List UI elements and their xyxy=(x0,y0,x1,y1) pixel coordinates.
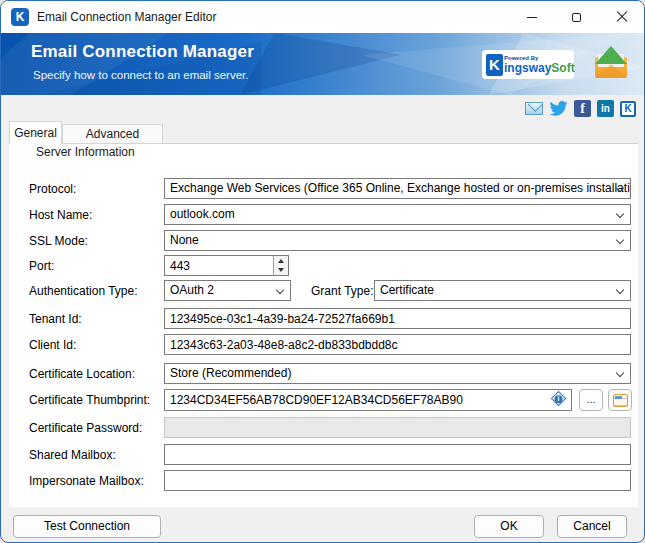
kingswaysoft-site-icon[interactable]: K xyxy=(620,101,636,117)
header-banner: Email Connection Manager Specify how to … xyxy=(1,33,644,95)
chevron-down-icon xyxy=(616,210,624,218)
authentication-type-value: OAuth 2 xyxy=(170,283,214,297)
close-button[interactable] xyxy=(599,1,644,33)
brand-ingsway: ingsway xyxy=(504,61,551,75)
maximize-icon xyxy=(572,13,581,22)
port-label: Port: xyxy=(29,259,54,273)
social-links: f in K xyxy=(525,95,636,122)
certificate-location-label: Certificate Location: xyxy=(29,367,135,381)
port-spinner[interactable] xyxy=(273,255,289,276)
arrow-down-icon xyxy=(278,268,284,272)
grant-type-label: Grant Type: xyxy=(311,284,373,298)
ssl-mode-dropdown[interactable]: None xyxy=(164,230,631,251)
banner-title: Email Connection Manager xyxy=(31,42,254,62)
minimize-icon xyxy=(527,17,537,18)
port-input[interactable] xyxy=(164,255,274,276)
minimize-button[interactable] xyxy=(509,1,554,33)
kingswaysoft-logo: K Powered By ingswaySoft xyxy=(482,50,574,79)
app-icon: K xyxy=(11,8,29,26)
maximize-button[interactable] xyxy=(554,1,599,33)
chevron-down-icon xyxy=(616,286,624,294)
banner-subtitle: Specify how to connect to an email serve… xyxy=(33,69,248,81)
ssl-mode-value: None xyxy=(170,233,199,247)
authentication-type-dropdown[interactable]: OAuth 2 xyxy=(164,280,291,301)
impersonate-mailbox-input[interactable] xyxy=(164,470,631,491)
thumbprint-browse-button[interactable]: ... xyxy=(579,389,603,411)
email-contact-icon[interactable] xyxy=(525,102,543,115)
window-title: Email Connection Manager Editor xyxy=(37,1,216,33)
kingswaysoft-k-icon: K xyxy=(486,54,503,76)
protocol-value: Exchange Web Services (Office 365 Online… xyxy=(170,181,631,195)
certificate-thumbprint-input[interactable] xyxy=(164,389,572,411)
host-name-value: outlook.com xyxy=(170,207,235,221)
impersonate-mailbox-label: Impersonate Mailbox: xyxy=(29,474,144,488)
title-bar: K Email Connection Manager Editor xyxy=(1,1,644,33)
arrow-up-icon xyxy=(278,259,284,263)
email-envelope-icon xyxy=(595,46,627,78)
facebook-icon[interactable]: f xyxy=(574,100,591,117)
tenant-id-label: Tenant Id: xyxy=(29,312,82,326)
ssl-mode-label: SSL Mode: xyxy=(29,234,88,248)
chevron-down-icon xyxy=(616,369,624,377)
twitter-icon[interactable] xyxy=(549,101,568,116)
email-connection-manager-editor-window: K Email Connection Manager Editor Email … xyxy=(0,0,645,543)
tab-advanced-settings[interactable]: Advanced Settings xyxy=(62,124,163,143)
certificate-select-icon xyxy=(613,394,628,407)
shared-mailbox-input[interactable] xyxy=(164,444,631,465)
grant-type-dropdown[interactable]: Certificate xyxy=(374,280,631,301)
tab-general[interactable]: General xyxy=(9,121,62,144)
host-name-combo[interactable]: outlook.com xyxy=(164,204,631,225)
test-connection-button[interactable]: Test Connection xyxy=(13,515,161,538)
chevron-down-icon xyxy=(276,286,284,294)
chevron-down-icon xyxy=(616,236,624,244)
close-icon xyxy=(616,11,628,23)
certificate-password-input xyxy=(164,417,631,438)
authentication-type-label: Authentication Type: xyxy=(29,284,138,298)
cancel-button[interactable]: Cancel xyxy=(557,515,627,538)
certificate-thumbprint-label: Certificate Thumbprint: xyxy=(29,393,150,407)
protocol-dropdown[interactable]: Exchange Web Services (Office 365 Online… xyxy=(164,178,631,199)
certificate-store-button[interactable] xyxy=(608,389,632,411)
shared-mailbox-label: Shared Mailbox: xyxy=(29,448,116,462)
grant-type-value: Certificate xyxy=(380,283,434,297)
brand-soft: Soft xyxy=(551,61,574,75)
certificate-password-label: Certificate Password: xyxy=(29,421,142,435)
protocol-label: Protocol: xyxy=(29,182,76,196)
spinner-up-button[interactable] xyxy=(274,256,288,266)
tenant-id-input[interactable] xyxy=(164,308,631,329)
host-name-label: Host Name: xyxy=(29,208,92,222)
spinner-down-button[interactable] xyxy=(274,266,288,276)
certificate-location-dropdown[interactable]: Store (Recommended) xyxy=(164,363,631,384)
server-information-title: Server Information xyxy=(31,145,140,159)
ok-button[interactable]: OK xyxy=(474,515,544,538)
linkedin-icon[interactable]: in xyxy=(597,100,614,117)
client-id-label: Client Id: xyxy=(29,338,76,352)
certificate-location-value: Store (Recommended) xyxy=(170,366,291,380)
client-id-input[interactable] xyxy=(164,334,631,355)
